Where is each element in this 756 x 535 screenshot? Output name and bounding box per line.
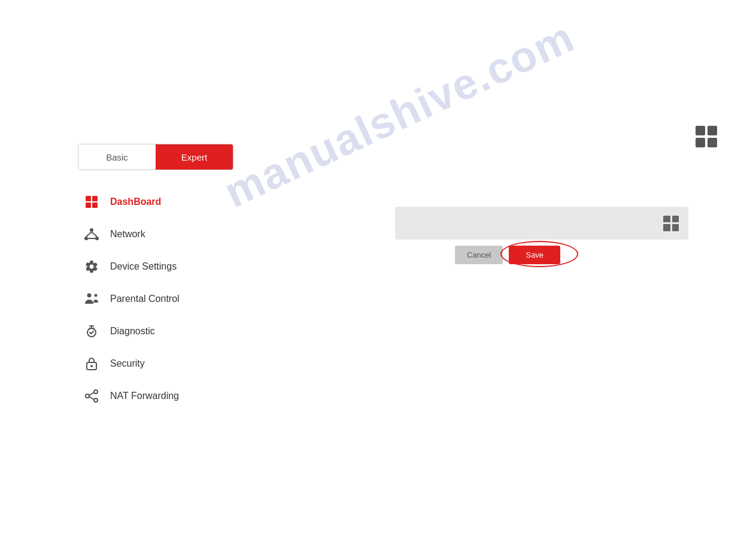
sidebar-item-dashboard[interactable]: DashBoard xyxy=(78,187,245,217)
svg-rect-0 xyxy=(86,196,91,201)
grid-cell xyxy=(672,216,679,223)
dashboard-icon xyxy=(83,193,101,211)
nat-forwarding-icon xyxy=(83,387,101,405)
svg-rect-2 xyxy=(86,202,91,208)
svg-line-8 xyxy=(92,232,97,237)
panel-grid-icon[interactable] xyxy=(663,216,679,231)
network-icon xyxy=(83,225,101,243)
device-settings-icon xyxy=(83,258,101,276)
svg-point-17 xyxy=(86,394,89,398)
sidebar-item-device-settings[interactable]: Device Settings xyxy=(78,252,245,282)
svg-point-18 xyxy=(94,390,98,394)
expert-mode-button[interactable]: Expert xyxy=(156,144,233,170)
svg-line-21 xyxy=(89,397,94,400)
diagnostic-icon xyxy=(83,322,101,340)
sidebar: Basic Expert DashBoard Network xyxy=(78,144,245,413)
basic-mode-button[interactable]: Basic xyxy=(78,144,156,170)
sidebar-item-label-device-settings: Device Settings xyxy=(110,261,177,272)
grid-cell xyxy=(696,138,705,147)
top-right-grid-icon[interactable] xyxy=(696,126,717,147)
grid-cell xyxy=(696,126,705,135)
svg-point-14 xyxy=(93,328,95,330)
svg-point-16 xyxy=(90,365,93,367)
save-button[interactable]: Save xyxy=(509,246,560,264)
svg-line-7 xyxy=(86,232,92,237)
security-icon xyxy=(83,355,101,373)
grid-cell xyxy=(708,126,717,135)
grid-cell xyxy=(708,138,717,147)
svg-point-11 xyxy=(95,294,98,297)
cancel-button[interactable]: Cancel xyxy=(455,246,503,264)
svg-rect-1 xyxy=(92,196,98,201)
sidebar-item-label-network: Network xyxy=(110,229,145,240)
grid-icon xyxy=(696,126,717,147)
main-panel xyxy=(395,207,688,240)
parental-control-icon xyxy=(83,290,101,308)
sidebar-item-label-parental-control: Parental Control xyxy=(110,294,180,304)
sidebar-item-parental-control[interactable]: Parental Control xyxy=(78,284,245,314)
sidebar-item-nat-forwarding[interactable]: NAT Forwarding xyxy=(78,381,245,411)
grid-cell xyxy=(663,216,670,223)
watermark: manualshive.com xyxy=(217,12,581,217)
grid-cell xyxy=(663,224,670,231)
mode-toggle: Basic Expert xyxy=(78,144,233,170)
svg-point-4 xyxy=(90,228,93,232)
sidebar-item-label-nat-forwarding: NAT Forwarding xyxy=(110,391,179,401)
save-button-wrapper: Save xyxy=(509,246,560,264)
svg-point-10 xyxy=(87,294,92,298)
sidebar-item-label-dashboard: DashBoard xyxy=(110,197,161,207)
sidebar-item-label-security: Security xyxy=(110,358,145,369)
sidebar-item-diagnostic[interactable]: Diagnostic xyxy=(78,316,245,346)
grid-cell xyxy=(672,224,679,231)
svg-line-20 xyxy=(89,392,94,395)
svg-rect-3 xyxy=(92,202,98,208)
svg-point-13 xyxy=(89,328,91,330)
svg-point-19 xyxy=(94,398,98,402)
sidebar-item-network[interactable]: Network xyxy=(78,219,245,249)
sidebar-item-label-diagnostic: Diagnostic xyxy=(110,326,155,337)
sidebar-item-security[interactable]: Security xyxy=(78,349,245,379)
button-row: Cancel Save xyxy=(455,246,560,264)
